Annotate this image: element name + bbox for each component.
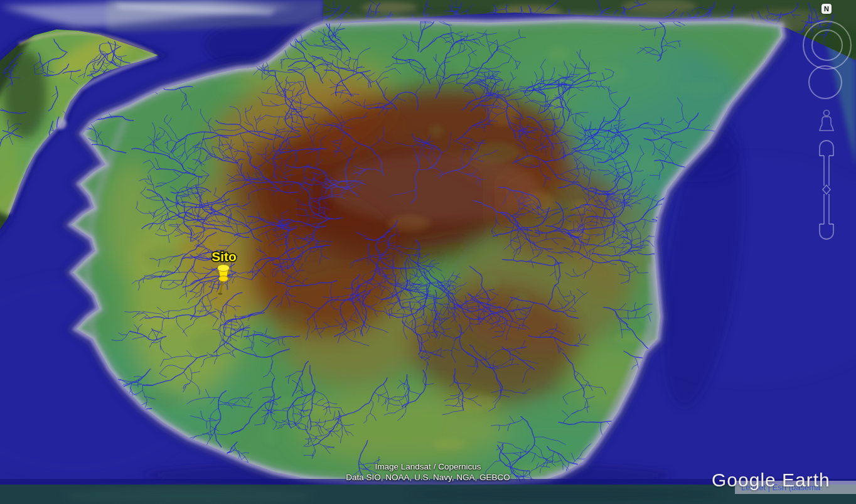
google-earth-logo: Google Earth — [712, 469, 830, 491]
compass-north-button[interactable]: N — [821, 4, 832, 14]
placemark-label[interactable]: Sito — [211, 249, 237, 264]
earth-viewport[interactable]: Sito N Image Landsat / Copernicus Data S… — [0, 0, 856, 504]
map-scene: Sito — [0, 0, 856, 504]
